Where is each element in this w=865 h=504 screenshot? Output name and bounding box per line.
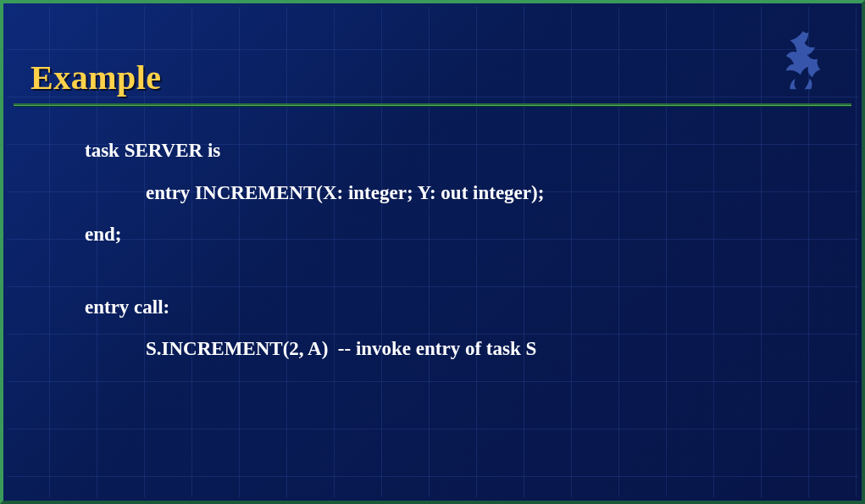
code-line-5: S.INCREMENT(2, A) -- invoke entry of tas…	[85, 337, 811, 361]
spacer	[85, 265, 811, 296]
code-line-4: entry call:	[85, 296, 811, 319]
title-underline	[14, 103, 851, 106]
code-line-2: entry INCREMENT(X: integer; Y: out integ…	[85, 181, 811, 205]
code-line-1: task SERVER is	[85, 139, 811, 163]
code-block: task SERVER is entry INCREMENT(X: intege…	[85, 139, 811, 379]
slide: Example task SERVER is entry INCREMENT(X…	[0, 0, 865, 504]
code-line-3: end;	[85, 223, 811, 246]
griffin-logo-icon	[770, 27, 836, 93]
slide-title: Example	[30, 58, 162, 97]
